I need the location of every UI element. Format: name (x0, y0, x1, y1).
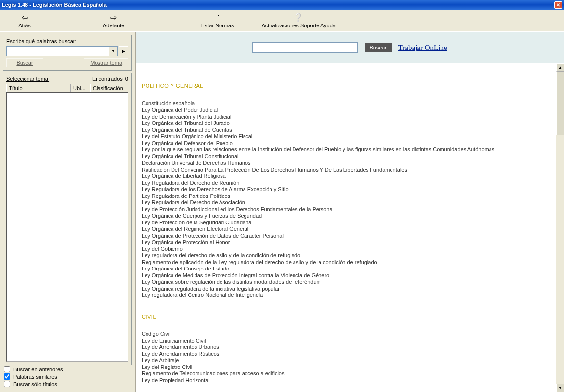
law-link[interactable]: Ley Orgánica del Tribunal del Jurado (142, 120, 553, 127)
result-list[interactable] (6, 92, 128, 362)
law-link[interactable]: Ley del Registro Civil (142, 364, 553, 371)
law-link[interactable]: Ley del Gobierno (142, 246, 553, 253)
law-link[interactable]: Ley Orgánica del Regimen Electoral Gener… (142, 226, 553, 233)
toolbar: ⇦ Atrás ⇨ Adelante 🗎 Listar Normas ❔ Act… (0, 10, 564, 32)
law-link[interactable]: Reglamento de Telecomunicaciones para ac… (142, 370, 553, 377)
law-link[interactable]: Reglamento de aplicación de la Ley regul… (142, 259, 553, 266)
law-link[interactable]: Ley Reguladora del Derecho de Reunión (142, 180, 553, 187)
mostrar-tema-button[interactable]: Mostrar tema (84, 58, 128, 67)
search-combo[interactable]: ▼ (6, 46, 118, 56)
scroll-down-icon[interactable]: ▼ (556, 384, 564, 392)
scroll-track[interactable] (556, 135, 564, 384)
search-label: Escriba qué palabras buscar: (6, 38, 128, 44)
law-link[interactable]: Ley de Protección de la Seguridad Ciudad… (142, 220, 553, 226)
law-link[interactable]: Ley Reguladora del Derecho de Asociación (142, 199, 553, 206)
forward-button[interactable]: ⇨ Adelante (98, 12, 129, 29)
list-normas-button[interactable]: 🗎 Listar Normas (188, 12, 246, 29)
law-link[interactable]: Ley por la que se regulan las relaciones… (142, 147, 553, 153)
law-link[interactable]: Ratificación Del Convenio Para La Protec… (142, 167, 553, 173)
encontrados-label: Encontrados: 0 (92, 76, 128, 82)
arrow-left-icon: ⇦ (22, 13, 28, 22)
go-button[interactable]: ▶ (119, 46, 128, 56)
section-civil: CIVIL (142, 314, 553, 320)
close-icon[interactable]: ✕ (554, 1, 562, 9)
law-link[interactable]: Ley Orgánica del Tribunal Constitucional (142, 153, 553, 160)
chk-similares[interactable] (4, 373, 10, 380)
law-link[interactable]: Ley de Arrendamientos Rústicos (142, 351, 553, 358)
search-input[interactable] (7, 47, 109, 56)
law-link[interactable]: Ley Orgánica del Defensor del Pueblo (142, 140, 553, 147)
top-search-input[interactable] (252, 42, 358, 53)
scrollbar[interactable]: ▲ ▼ (556, 63, 564, 392)
law-link[interactable]: Ley Orgánica del Tribunal de Cuentas (142, 127, 553, 134)
col-titulo[interactable]: Título (6, 84, 71, 93)
select-tema-label: Seleccionar tema: (6, 76, 49, 82)
col-clasificacion[interactable]: Clasificación (90, 84, 128, 93)
law-link[interactable]: Ley Orgánica del Consejo de Estado (142, 266, 553, 272)
law-link[interactable]: Ley de Protección Jurisdiccional ed los … (142, 206, 553, 213)
chk-anteriores[interactable] (4, 366, 10, 372)
scroll-thumb[interactable] (556, 72, 564, 135)
law-link[interactable]: Código Civil (142, 331, 553, 338)
law-link[interactable]: Ley Orgánica del Poder Judicial (142, 107, 553, 114)
scroll-up-icon[interactable]: ▲ (556, 63, 564, 72)
top-search-bar: Buscar Trabajar OnLine (136, 32, 564, 63)
law-link[interactable]: Constitución española (142, 100, 553, 107)
law-link[interactable]: Ley del Estatuto Orgánico del Ministerio… (142, 133, 553, 140)
law-link[interactable]: Ley Reguladora de Partidos Políticos (142, 193, 553, 200)
law-link[interactable]: Ley Reguladora de los Derechos de Alarma… (142, 186, 553, 193)
document-view[interactable]: POLITICO Y GENERAL Constitución española… (136, 63, 556, 392)
chk-titulos[interactable] (4, 381, 10, 387)
top-buscar-button[interactable]: Buscar (365, 43, 391, 52)
buscar-button[interactable]: Buscar (6, 58, 43, 67)
law-link[interactable]: Declaración Universal de Derechos Humano… (142, 160, 553, 167)
titlebar: Legis 1.48 - Legislación Básica Española… (0, 0, 564, 10)
updates-button[interactable]: ❔ Actualizaciones Soporte Ayuda (256, 12, 340, 29)
law-link[interactable]: Ley reguladora del Centro Nacional de In… (142, 292, 553, 299)
document-icon: 🗎 (213, 13, 221, 22)
chevron-down-icon[interactable]: ▼ (109, 47, 117, 56)
back-button[interactable]: ⇦ Atrás (10, 12, 39, 29)
sidebar: Escriba qué palabras buscar: ▼ ▶ Buscar … (0, 32, 135, 392)
law-link[interactable]: Ley Orgánica de Libertad Religiosa (142, 173, 553, 180)
law-link[interactable]: Ley Orgánica de Protección al Honor (142, 239, 553, 246)
law-link[interactable]: Ley de Arrendamientos Urbanos (142, 344, 553, 351)
law-link[interactable]: Ley Orgánica de Cuerpos y Fuerzas de Seg… (142, 213, 553, 220)
law-link[interactable]: Ley Orgánica de Protección de Datos de C… (142, 233, 553, 240)
section-politico: POLITICO Y GENERAL (142, 83, 553, 90)
law-link[interactable]: Ley de Propiedad Horizontal (142, 377, 553, 384)
law-link[interactable]: Ley Orgánica de Medidas de Protección In… (142, 272, 553, 279)
help-icon: ❔ (294, 13, 303, 22)
law-link[interactable]: Ley de Demarcación y Planta Judicial (142, 114, 553, 121)
window-title: Legis 1.48 - Legislación Básica Española (2, 2, 554, 8)
trabajar-online-link[interactable]: Trabajar OnLine (398, 44, 447, 52)
law-link[interactable]: Ley Orgánica reguladora de la inciativa … (142, 286, 553, 293)
arrow-right-icon: ⇨ (110, 13, 117, 22)
law-link[interactable]: Ley de Arbitraje (142, 357, 553, 364)
law-link[interactable]: Ley reguladora del derecho de asilo y de… (142, 252, 553, 259)
law-link[interactable]: Ley de Enjuiciamiento Civil (142, 338, 553, 344)
law-link[interactable]: Ley Orgánica sobre regulación de las dis… (142, 279, 553, 286)
col-ubi[interactable]: Ubi... (71, 84, 90, 93)
